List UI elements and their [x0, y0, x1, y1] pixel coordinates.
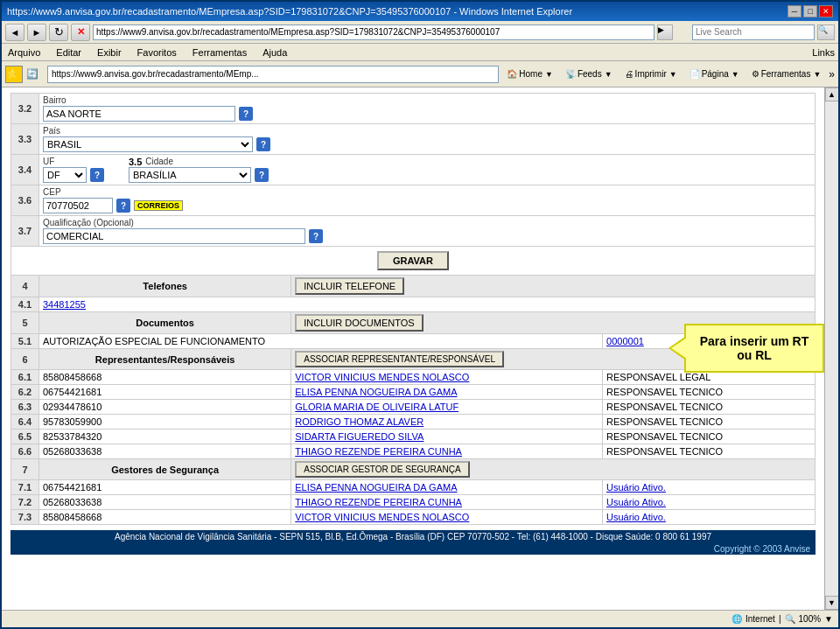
- scroll-down-button[interactable]: ▼: [825, 596, 839, 610]
- cep-help-button[interactable]: ?: [116, 199, 130, 213]
- menu-bar: Arquivo Editar Exibir Favoritos Ferramen…: [2, 44, 838, 61]
- row-num-7-1: 7.1: [11, 480, 39, 495]
- scroll-up-button[interactable]: ▲: [825, 87, 839, 101]
- row-num-6-6: 6.6: [11, 444, 39, 459]
- rep-name-link-6-2[interactable]: ELISA PENNA NOGUEIRA DA GAMA: [295, 387, 457, 397]
- rep-role-6-5: RESPONSAVEL TECNICO: [603, 430, 816, 444]
- gest-name-link-7-3[interactable]: VICTOR VINICIUS MENDES NOLASCO: [295, 512, 469, 522]
- pais-select[interactable]: BRASIL: [43, 136, 253, 152]
- address-input[interactable]: [93, 24, 654, 40]
- gest-name-link-7-1[interactable]: ELISA PENNA NOGUEIRA DA GAMA: [295, 482, 457, 493]
- table-row: 3.3 País BRASIL ?: [11, 124, 816, 155]
- imprimir-toolbar-button[interactable]: 🖨 Imprimir ▼: [620, 66, 682, 81]
- form-table: 3.2 Bairro ? 3.3 País: [10, 93, 816, 525]
- zoom-dropdown[interactable]: ▼: [824, 614, 833, 624]
- table-row: 6.6 05268033638 THIAGO REZENDE PEREIRA C…: [11, 444, 816, 459]
- scroll-track[interactable]: [825, 101, 838, 596]
- bairro-help-button[interactable]: ?: [239, 107, 253, 121]
- rep-phone-6-6: 05268033638: [39, 444, 291, 459]
- qualificacao-input[interactable]: [43, 228, 305, 244]
- gest-phone-7-3: 85808458668: [39, 510, 291, 525]
- cidade-select[interactable]: BRASÍLIA: [129, 167, 251, 183]
- search-input[interactable]: [692, 24, 815, 40]
- gest-phone-7-1: 06754421681: [39, 480, 291, 495]
- gest-status-7-1: Usuário Ativo.: [606, 482, 666, 493]
- gravar-button[interactable]: GRAVAR: [377, 251, 449, 270]
- ferramentas-toolbar-button[interactable]: ⚙ Ferramentas ▼: [747, 66, 826, 81]
- home-toolbar-button[interactable]: 🏠 Home ▼: [502, 66, 557, 81]
- row-num-3-3: 3.3: [11, 124, 39, 155]
- uf-help-button[interactable]: ?: [90, 168, 104, 182]
- stop-button[interactable]: ✕: [71, 24, 90, 41]
- rep-phone-6-1: 85808458668: [39, 370, 291, 385]
- menu-favoritos[interactable]: Favoritos: [135, 46, 179, 59]
- row-num-3-7: 3.7: [11, 216, 39, 247]
- documentos-header: Documentos: [39, 312, 291, 334]
- search-button[interactable]: 🔍: [817, 24, 835, 40]
- toolbar-url-display[interactable]: [47, 66, 499, 83]
- incluir-documentos-button[interactable]: INCLUIR DOCUMENTOS: [295, 314, 423, 332]
- tooltip-text: Para inserir um RT ou RL: [700, 334, 809, 362]
- row-num-3-2: 3.2: [11, 94, 39, 124]
- minimize-button[interactable]: ─: [788, 5, 802, 17]
- zoom-separator: |: [779, 614, 781, 624]
- rep-name-link-6-4[interactable]: RODRIGO THOMAZ ALAVER: [295, 416, 424, 427]
- section-4-header-row: 4 Telefones INCLUIR TELEFONE: [11, 276, 816, 297]
- scrollbar-right: ▲ ▼: [824, 87, 838, 610]
- menu-editar[interactable]: Editar: [53, 46, 84, 59]
- associar-gestor-button[interactable]: ASSOCIAR GESTOR DE SEGURANÇA: [295, 461, 469, 478]
- pais-help-button[interactable]: ?: [256, 137, 270, 151]
- telefones-header: Telefones: [39, 276, 291, 297]
- table-row: 4.1 34481255: [11, 297, 816, 312]
- menu-ajuda[interactable]: Ajuda: [260, 46, 290, 59]
- rep-role-6-2: RESPONSAVEL TECNICO: [603, 385, 816, 400]
- row-num-6-4: 6.4: [11, 415, 39, 430]
- tools-icon: ⚙: [752, 69, 760, 79]
- row-num-6: 6: [11, 349, 39, 370]
- cidade-label: Cidade: [145, 157, 173, 166]
- bairro-input[interactable]: [43, 106, 235, 122]
- refresh-button[interactable]: ↻: [49, 24, 68, 41]
- row-num-4-1: 4.1: [11, 297, 39, 312]
- toolbar-expand[interactable]: »: [829, 68, 835, 80]
- forward-button[interactable]: ►: [27, 24, 46, 41]
- back-button[interactable]: ◄: [5, 24, 24, 41]
- rep-name-link-6-1[interactable]: VICTOR VINICIUS MENDES NOLASCO: [295, 372, 469, 382]
- table-row: 3.6 CEP ? CORREIOS: [11, 185, 816, 216]
- incluir-telefone-button[interactable]: INCLUIR TELEFONE: [295, 277, 404, 295]
- correios-button[interactable]: CORREIOS: [134, 200, 183, 211]
- address-bar-row: ◄ ► ↻ ✕ ▶ 🔍: [2, 21, 838, 44]
- rep-name-link-6-3[interactable]: GLORIA MARIA DE OLIVEIRA LATUF: [295, 402, 458, 412]
- table-row: 3.7 Qualificação (Opcional) ?: [11, 216, 816, 247]
- menu-exibir[interactable]: Exibir: [94, 46, 124, 59]
- status-zone: 🌐 Internet | 🔍 100% ▼: [732, 614, 833, 624]
- row-num-7: 7: [11, 459, 39, 480]
- maximize-button[interactable]: □: [803, 5, 817, 17]
- internet-zone-icon: 🌐: [732, 614, 742, 624]
- table-row: 3.4 UF DF ?: [11, 155, 816, 185]
- qualificacao-help-button[interactable]: ?: [309, 229, 323, 243]
- telefone-link[interactable]: 34481255: [43, 299, 86, 310]
- favorites-star[interactable]: ⭐: [5, 66, 23, 83]
- bairro-label: Bairro: [43, 95, 811, 105]
- refresh-icon[interactable]: 🔄: [26, 66, 44, 83]
- cidade-help-button[interactable]: ?: [255, 168, 269, 182]
- rep-name-link-6-5[interactable]: SIDARTA FIGUEREDO SILVA: [295, 431, 424, 442]
- zoom-icon: 🔍: [785, 614, 795, 624]
- uf-select[interactable]: DF: [43, 167, 87, 183]
- associar-representante-button[interactable]: ASSOCIAR REPRESENTANTE/RESPONSÁVEL: [295, 351, 504, 367]
- pais-label: País: [43, 126, 811, 136]
- rep-name-link-6-6[interactable]: THIAGO REZENDE PEREIRA CUNHA: [295, 446, 462, 457]
- feeds-toolbar-button[interactable]: 📡 Feeds ▼: [561, 66, 617, 81]
- menu-ferramentas[interactable]: Ferramentas: [190, 46, 249, 59]
- go-button[interactable]: ▶: [657, 24, 673, 40]
- close-button[interactable]: ✕: [819, 5, 833, 17]
- zoom-level: 100%: [799, 614, 822, 624]
- pagina-toolbar-button[interactable]: 📄 Página ▼: [685, 66, 744, 81]
- footer-info: Agência Nacional de Vigilância Sanitária…: [10, 530, 816, 543]
- table-row: 7.1 06754421681 ELISA PENNA NOGUEIRA DA …: [11, 480, 816, 495]
- menu-arquivo[interactable]: Arquivo: [5, 46, 43, 59]
- cep-input[interactable]: [43, 198, 113, 213]
- gest-name-link-7-2[interactable]: THIAGO REZENDE PEREIRA CUNHA: [295, 497, 462, 507]
- doc-link[interactable]: 0000001: [606, 336, 644, 346]
